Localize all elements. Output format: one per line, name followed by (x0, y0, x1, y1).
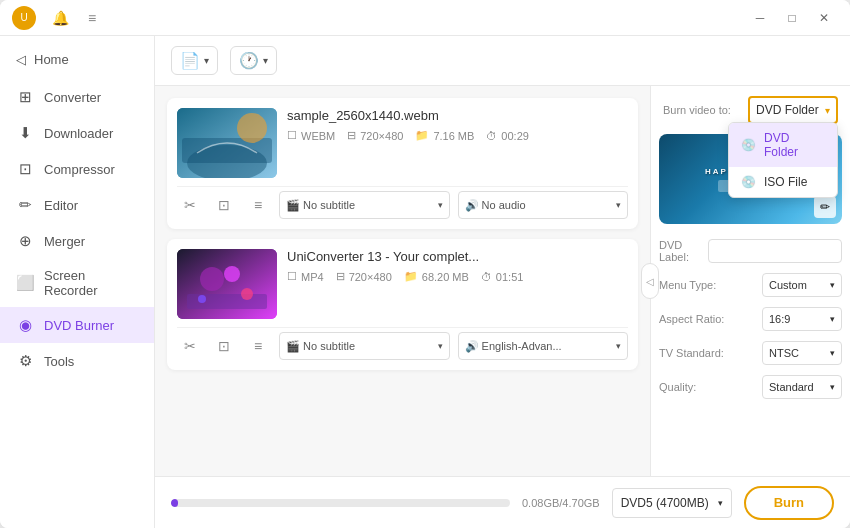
more-button[interactable]: ≡ (245, 333, 271, 359)
compressor-icon: ⊡ (16, 160, 34, 178)
iso-file-label: ISO File (764, 175, 807, 189)
dvd-folder-icon: 💿 (741, 138, 756, 152)
file-info: UniConverter 13 - Your complet... ☐ MP4 … (287, 249, 628, 283)
editor-icon: ✏ (16, 196, 34, 214)
add-chapter-dropdown-icon: ▾ (263, 55, 268, 66)
subtitle-select[interactable]: 🎬 No subtitle ▾ (279, 191, 450, 219)
menu-type-select[interactable]: Custom ▾ (762, 273, 842, 297)
duration-icon: ⏱ (481, 271, 492, 283)
dvd-label-input[interactable] (708, 239, 842, 263)
file-thumbnail (177, 249, 277, 319)
audio-dropdown-icon: ▾ (616, 341, 621, 351)
preview-edit-button[interactable]: ✏ (814, 196, 836, 218)
file-size: 📁 7.16 MB (415, 129, 474, 142)
format-dropdown-icon: ▾ (718, 498, 723, 508)
file-card-bottom: ✂ ⊡ ≡ 🎬 No subtitle ▾ 🔊 No audio ▾ (177, 186, 628, 219)
quality-select[interactable]: Standard ▾ (762, 375, 842, 399)
format-select-container: DVD5 (4700MB) ▾ (612, 488, 732, 518)
aspect-ratio-select[interactable]: 16:9 ▾ (762, 307, 842, 331)
tv-standard-row: TV Standard: NTSC ▾ (659, 338, 842, 368)
sidebar-item-editor[interactable]: ✏ Editor (0, 187, 154, 223)
add-chapter-icon: 🕐 (239, 51, 259, 70)
quality-dropdown-icon: ▾ (830, 382, 835, 392)
copy-button[interactable]: ⊡ (211, 192, 237, 218)
title-bar: U 🔔 ≡ ─ □ ✕ (0, 0, 850, 36)
more-button[interactable]: ≡ (245, 192, 271, 218)
user-avatar-icon[interactable]: U (12, 6, 36, 30)
menu-type-label: Menu Type: (659, 279, 716, 291)
format-select[interactable]: DVD5 (4700MB) ▾ (612, 488, 732, 518)
file-card-top: UniConverter 13 - Your complet... ☐ MP4 … (177, 249, 628, 319)
tv-standard-value: NTSC (769, 347, 799, 359)
svg-point-9 (198, 295, 206, 303)
burn-button[interactable]: Burn (744, 486, 834, 520)
add-chapter-button[interactable]: 🕐 ▾ (230, 46, 277, 75)
file-info: sample_2560x1440.webm ☐ WEBM ⊟ 720×480 (287, 108, 628, 142)
dvd-label-row: DVD Label: (659, 236, 842, 266)
sidebar-label-editor: Editor (44, 198, 78, 213)
sidebar-label-compressor: Compressor (44, 162, 115, 177)
minimize-button[interactable]: ─ (746, 4, 774, 32)
audio-select[interactable]: 🔊 No audio ▾ (458, 191, 629, 219)
window-controls: ─ □ ✕ (746, 4, 838, 32)
notification-icon[interactable]: 🔔 (52, 10, 68, 26)
file-card-top: sample_2560x1440.webm ☐ WEBM ⊟ 720×480 (177, 108, 628, 178)
subtitle-label: 🎬 No subtitle (286, 340, 355, 353)
subtitle-select[interactable]: 🎬 No subtitle ▾ (279, 332, 450, 360)
add-file-icon: 📄 (180, 51, 200, 70)
burn-to-dropdown-icon: ▾ (825, 105, 830, 116)
format-icon: ☐ (287, 270, 297, 283)
aspect-ratio-label: Aspect Ratio: (659, 313, 724, 325)
cut-button[interactable]: ✂ (177, 333, 203, 359)
tv-standard-select[interactable]: NTSC ▾ (762, 341, 842, 365)
merger-icon: ⊕ (16, 232, 34, 250)
sidebar-back-button[interactable]: ◁ Home (0, 44, 154, 79)
maximize-button[interactable]: □ (778, 4, 806, 32)
audio-select[interactable]: 🔊 English-Advan... ▾ (458, 332, 629, 360)
file-card: sample_2560x1440.webm ☐ WEBM ⊟ 720×480 (167, 98, 638, 229)
burn-to-value: DVD Folder (756, 103, 819, 117)
file-meta: ☐ MP4 ⊟ 720×480 📁 68.20 (287, 270, 628, 283)
format-icon: ☐ (287, 129, 297, 142)
file-thumbnail (177, 108, 277, 178)
file-resolution: ⊟ 720×480 (347, 129, 403, 142)
title-bar-left: U 🔔 ≡ (12, 6, 100, 30)
sidebar-item-compressor[interactable]: ⊡ Compressor (0, 151, 154, 187)
sidebar-item-converter[interactable]: ⊞ Converter (0, 79, 154, 115)
file-name: UniConverter 13 - Your complet... (287, 249, 628, 264)
file-meta: ☐ WEBM ⊟ 720×480 📁 7.16 (287, 129, 628, 142)
svg-point-6 (224, 266, 240, 282)
sidebar-item-screen-recorder[interactable]: ⬜ Screen Recorder (0, 259, 154, 307)
dvd-burner-icon: ◉ (16, 316, 34, 334)
subtitle-label: 🎬 No subtitle (286, 199, 355, 212)
audio-dropdown-icon: ▾ (616, 200, 621, 210)
file-size: 📁 68.20 MB (404, 270, 469, 283)
progress-bar-fill (171, 499, 178, 507)
quality-row: Quality: Standard ▾ (659, 372, 842, 402)
sidebar-label-merger: Merger (44, 234, 85, 249)
cut-button[interactable]: ✂ (177, 192, 203, 218)
burn-to-select[interactable]: DVD Folder ▾ (748, 96, 838, 124)
resolution-icon: ⊟ (347, 129, 356, 142)
menu-type-dropdown-icon: ▾ (830, 280, 835, 290)
sidebar-item-downloader[interactable]: ⬇ Downloader (0, 115, 154, 151)
close-button[interactable]: ✕ (810, 4, 838, 32)
duration-icon: ⏱ (486, 130, 497, 142)
dropdown-item-iso-file[interactable]: 💿 ISO File (729, 167, 837, 197)
sidebar-item-tools[interactable]: ⚙ Tools (0, 343, 154, 379)
add-file-button[interactable]: 📄 ▾ (171, 46, 218, 75)
sidebar-item-merger[interactable]: ⊕ Merger (0, 223, 154, 259)
audio-label: 🔊 English-Advan... (465, 340, 562, 353)
menu-icon[interactable]: ≡ (84, 10, 100, 26)
menu-type-row: Menu Type: Custom ▾ (659, 270, 842, 300)
file-resolution: ⊟ 720×480 (336, 270, 392, 283)
file-duration: ⏱ 00:29 (486, 130, 529, 142)
add-file-dropdown-icon: ▾ (204, 55, 209, 66)
copy-button[interactable]: ⊡ (211, 333, 237, 359)
collapse-handle-button[interactable]: ◁ (641, 263, 659, 299)
dvd-folder-label: DVD Folder (764, 131, 825, 159)
sidebar-label-screen-recorder: Screen Recorder (44, 268, 138, 298)
dropdown-item-dvd-folder[interactable]: 💿 DVD Folder (729, 123, 837, 167)
sidebar-item-dvd-burner[interactable]: ◉ DVD Burner (0, 307, 154, 343)
subtitle-dropdown-icon: ▾ (438, 341, 443, 351)
